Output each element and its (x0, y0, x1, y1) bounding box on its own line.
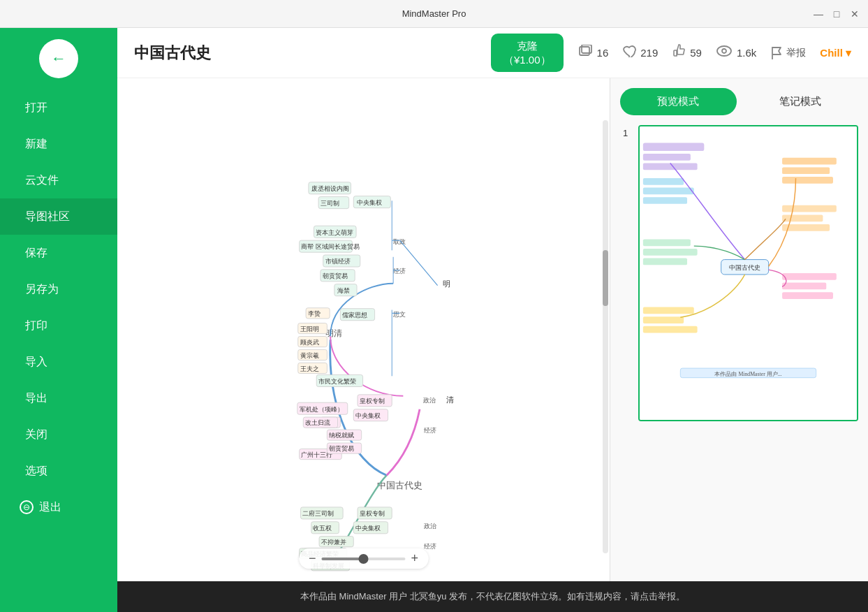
svg-text:王夫之: 王夫之 (300, 365, 319, 372)
sidebar-item-print[interactable]: 打印 (0, 307, 117, 344)
sidebar-item-save[interactable]: 保存 (0, 235, 117, 271)
main-container: ← 打开 新建 云文件 导图社区 保存 另存为 打印 导入 导出 关闭 选项 ⊖… (0, 28, 868, 612)
svg-text:中央集权: 中央集权 (357, 198, 382, 206)
sidebar-item-logout[interactable]: ⊖ 退出 (0, 489, 117, 525)
svg-rect-96 (643, 197, 687, 204)
preview-page-wrapper: 1 (638, 125, 858, 421)
title-bar: MindMaster Pro — □ ✕ (0, 0, 868, 28)
app-title: MindMaster Pro (402, 8, 466, 19)
logout-icon: ⊖ (20, 500, 34, 514)
svg-rect-111 (643, 307, 694, 314)
zoom-slider[interactable] (322, 558, 406, 560)
footer-bar: 本作品由 MindMaster 用户 北冥鱼yu 发布，不代表亿图软件立场。如有… (117, 581, 868, 612)
svg-text:中国古代史: 中国古代史 (729, 264, 760, 271)
svg-rect-1 (582, 45, 591, 53)
sidebar-item-saveas[interactable]: 另存为 (0, 271, 117, 307)
svg-rect-112 (643, 316, 684, 323)
svg-text:皇权专制: 皇权专制 (360, 397, 385, 405)
mindmap-area[interactable]: 中国古代史 明清 宋 明 (117, 78, 610, 581)
clone-count: 16 (597, 47, 609, 59)
svg-rect-94 (643, 178, 684, 185)
svg-text:明清: 明清 (325, 328, 342, 338)
content-header: 中国古代史 克隆 （¥1.00） 16 219 (117, 28, 868, 78)
clone-icon (578, 45, 593, 61)
clone-button[interactable]: 克隆 （¥1.00） (491, 34, 564, 72)
back-button[interactable]: ← (39, 39, 78, 78)
svg-text:取政: 取政 (393, 238, 406, 245)
page-number: 1 (623, 128, 628, 138)
svg-rect-109 (643, 249, 698, 256)
tab-preview[interactable]: 预览模式 (620, 88, 737, 115)
footer-notice: 本作品由 MindMaster 用户 北冥鱼yu 发布，不代表亿图软件立场。如有… (300, 590, 685, 603)
report-button[interactable]: 举报 (770, 46, 806, 60)
view-stat: 1.6k (716, 45, 756, 60)
sidebar-item-export[interactable]: 导出 (0, 380, 117, 416)
svg-rect-108 (643, 239, 691, 246)
zoom-slider-fill (322, 558, 364, 560)
svg-text:中央集权: 中央集权 (355, 411, 381, 419)
svg-text:黄宗羲: 黄宗羲 (300, 352, 319, 359)
thumb-count: 59 (690, 47, 702, 59)
svg-text:经济: 经济 (424, 542, 436, 550)
close-button[interactable]: ✕ (848, 8, 861, 20)
svg-text:朝贡贸易: 朝贡贸易 (323, 272, 348, 279)
sidebar-item-close[interactable]: 关闭 (0, 416, 117, 453)
tab-notes[interactable]: 笔记模式 (742, 88, 859, 115)
preview-panel: 预览模式 笔记模式 1 (610, 78, 868, 581)
user-menu[interactable]: Chill ▾ (820, 47, 851, 59)
view-count: 1.6k (737, 47, 756, 59)
preview-tabs: 预览模式 笔记模式 (610, 78, 868, 115)
svg-rect-100 (782, 167, 830, 174)
svg-text:三司制: 三司制 (321, 199, 339, 207)
sidebar-item-import[interactable]: 导入 (0, 344, 117, 380)
sidebar-item-new[interactable]: 新建 (0, 126, 117, 162)
svg-text:朝贡贸易: 朝贡贸易 (329, 445, 354, 452)
zoom-slider-thumb (359, 554, 369, 564)
sidebar-item-community[interactable]: 导图社区 (0, 198, 117, 235)
svg-text:本作品由 MindMaster 用户...: 本作品由 MindMaster 用户... (714, 371, 781, 377)
svg-text:清: 清 (446, 395, 454, 404)
sidebar-item-open[interactable]: 打开 (0, 89, 117, 126)
minimize-button[interactable]: — (812, 8, 825, 20)
like-stat: 219 (622, 45, 658, 61)
scrollbar-thumb (603, 250, 608, 306)
svg-text:商帮 区域间长途贸易: 商帮 区域间长途贸易 (301, 242, 360, 250)
mini-map-svg: 中国古代史 (640, 126, 857, 420)
svg-text:二府三司制: 二府三司制 (302, 509, 334, 517)
svg-text:政治: 政治 (423, 396, 436, 404)
svg-text:不抑兼并: 不抑兼并 (321, 539, 346, 546)
sidebar-item-cloud[interactable]: 云文件 (0, 162, 117, 198)
heart-icon (622, 45, 636, 61)
svg-rect-0 (580, 47, 589, 55)
doc-title: 中国古代史 (134, 43, 477, 64)
svg-rect-91 (643, 143, 704, 151)
sidebar: ← 打开 新建 云文件 导图社区 保存 另存为 打印 导入 导出 关闭 选项 ⊖… (0, 28, 117, 612)
svg-rect-106 (782, 283, 826, 290)
body-area: 中国古代史 明清 宋 明 (117, 78, 868, 581)
svg-text:废丞相设内阁: 废丞相设内阁 (311, 184, 349, 192)
zoom-in-button[interactable]: + (411, 551, 419, 566)
svg-text:海禁: 海禁 (337, 286, 350, 294)
svg-rect-101 (782, 177, 833, 184)
svg-rect-99 (782, 158, 837, 165)
svg-rect-103 (782, 214, 823, 221)
svg-text:市民文化繁荣: 市民文化繁荣 (318, 377, 356, 385)
maximize-button[interactable]: □ (830, 8, 843, 20)
svg-text:中央集权: 中央集权 (355, 524, 381, 532)
thumbup-icon (672, 44, 686, 61)
svg-rect-93 (643, 163, 698, 170)
svg-text:改土归流: 改土归流 (305, 419, 330, 426)
preview-content: 1 (610, 115, 868, 581)
sidebar-item-options[interactable]: 选项 (0, 453, 117, 489)
preview-image: 中国古代史 (640, 126, 857, 420)
svg-rect-95 (643, 188, 694, 195)
svg-text:王阳明: 王阳明 (300, 326, 319, 333)
window-controls: — □ ✕ (812, 0, 861, 28)
clone-stat: 16 (578, 45, 609, 61)
svg-text:资本主义萌芽: 资本主义萌芽 (316, 228, 353, 236)
svg-text:李贽: 李贽 (308, 310, 321, 317)
svg-rect-102 (782, 205, 837, 212)
vertical-scrollbar[interactable] (603, 120, 608, 553)
svg-text:军机处（项峰）: 军机处（项峰） (300, 405, 344, 413)
zoom-out-button[interactable]: − (309, 551, 316, 566)
